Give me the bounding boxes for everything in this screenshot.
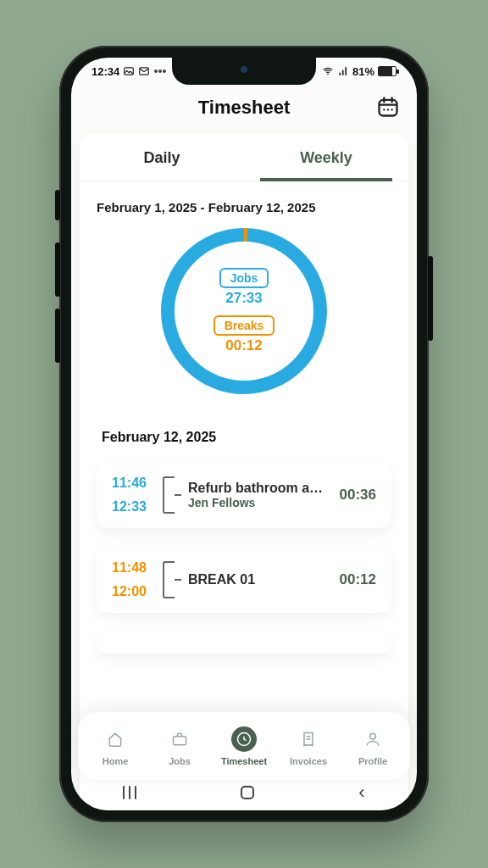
entry-subtitle: Jen Fellows bbox=[188, 496, 331, 509]
image-icon bbox=[123, 65, 135, 77]
nav-label: Jobs bbox=[169, 756, 191, 766]
battery-icon bbox=[378, 66, 396, 76]
system-nav: ‹ bbox=[71, 782, 417, 804]
back-button[interactable]: ‹ bbox=[358, 782, 364, 804]
page-header: Timesheet bbox=[71, 85, 417, 134]
entry-title: Refurb bathroom a… bbox=[188, 481, 331, 496]
entry-duration: 00:36 bbox=[340, 487, 376, 504]
main-card: Daily Weekly February 1, 2025 - February… bbox=[80, 134, 408, 810]
device-frame: 12:34 81% Timesheet bbox=[59, 46, 429, 822]
briefcase-icon bbox=[167, 726, 192, 752]
svg-rect-9 bbox=[174, 736, 186, 744]
svg-rect-3 bbox=[380, 100, 397, 116]
recents-button[interactable] bbox=[123, 786, 136, 799]
status-time: 12:34 bbox=[92, 65, 119, 78]
side-button bbox=[55, 190, 60, 220]
notch bbox=[172, 58, 316, 85]
receipt-icon bbox=[296, 726, 321, 752]
svg-point-6 bbox=[391, 108, 393, 110]
nav-label: Profile bbox=[358, 756, 387, 766]
breaks-total: 00:12 bbox=[225, 337, 262, 354]
calendar-button[interactable] bbox=[376, 95, 400, 119]
time-entry[interactable]: 11:48 12:00 BREAK 01 00:12 bbox=[97, 547, 391, 613]
calendar-icon bbox=[376, 95, 400, 119]
svg-point-4 bbox=[383, 108, 385, 110]
time-entry[interactable] bbox=[97, 632, 391, 654]
entry-start: 11:48 bbox=[112, 560, 154, 576]
volume-down-button bbox=[55, 309, 60, 363]
wifi-icon bbox=[322, 65, 334, 77]
view-tabs: Daily Weekly bbox=[80, 134, 408, 181]
battery-percent: 81% bbox=[352, 65, 374, 78]
jobs-total: 27:33 bbox=[225, 290, 262, 307]
nav-label: Home bbox=[103, 756, 129, 766]
page-title: Timesheet bbox=[71, 97, 417, 119]
tab-weekly[interactable]: Weekly bbox=[244, 134, 408, 181]
bottom-nav: Home Jobs Timesheet Invoices bbox=[78, 712, 410, 780]
nav-timesheet[interactable]: Timesheet bbox=[212, 726, 276, 766]
nav-profile[interactable]: Profile bbox=[341, 726, 405, 766]
clock-icon bbox=[231, 726, 257, 752]
home-icon bbox=[103, 726, 128, 752]
svg-point-2 bbox=[327, 74, 329, 75]
day-heading: February 12, 2025 bbox=[102, 430, 391, 445]
nav-invoices[interactable]: Invoices bbox=[276, 726, 341, 766]
entry-title: BREAK 01 bbox=[188, 572, 331, 587]
time-entry[interactable]: 11:46 12:33 Refurb bathroom a… Jen Fello… bbox=[97, 462, 391, 528]
volume-up-button bbox=[55, 242, 60, 297]
nav-jobs[interactable]: Jobs bbox=[147, 726, 212, 766]
entry-end: 12:00 bbox=[112, 584, 154, 599]
svg-point-11 bbox=[370, 733, 376, 739]
gmail-icon bbox=[138, 65, 150, 77]
nav-label: Timesheet bbox=[221, 756, 267, 766]
date-range: February 1, 2025 - February 12, 2025 bbox=[97, 200, 391, 214]
bracket-icon bbox=[163, 476, 175, 514]
power-button bbox=[428, 256, 433, 341]
screen: 12:34 81% Timesheet bbox=[71, 58, 417, 810]
bracket-icon bbox=[163, 561, 175, 598]
jobs-pill: Jobs bbox=[219, 268, 269, 288]
entry-start: 11:46 bbox=[112, 476, 154, 491]
home-button[interactable] bbox=[241, 786, 254, 799]
signal-icon bbox=[337, 65, 349, 77]
svg-point-5 bbox=[387, 108, 389, 110]
entry-end: 12:33 bbox=[112, 499, 154, 515]
breaks-pill: Breaks bbox=[214, 315, 275, 336]
profile-icon bbox=[360, 726, 385, 752]
more-icon bbox=[154, 70, 158, 73]
nav-label: Invoices bbox=[290, 756, 327, 766]
nav-home[interactable]: Home bbox=[83, 726, 147, 766]
tab-daily[interactable]: Daily bbox=[80, 134, 244, 181]
entry-duration: 00:12 bbox=[340, 571, 376, 588]
summary-chart: Jobs 27:33 Breaks 00:12 bbox=[97, 226, 391, 396]
